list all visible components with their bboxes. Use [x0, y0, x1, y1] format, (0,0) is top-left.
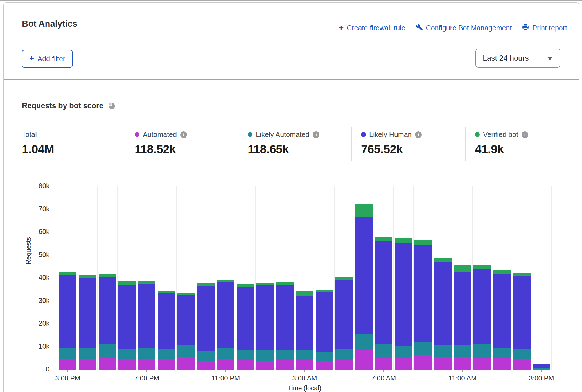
section-title-row: Requests by bot score	[22, 102, 116, 110]
info-icon[interactable]: i	[522, 131, 528, 138]
printer-icon	[522, 23, 529, 32]
segment-automated	[79, 359, 96, 370]
chart-bar[interactable]	[375, 237, 392, 370]
y-axis-tick	[55, 255, 58, 255]
x-axis-tick	[462, 370, 463, 372]
x-axis-tick-label: 7:00 AM	[364, 374, 403, 382]
segment-likely-automated	[296, 350, 313, 360]
chart-bar[interactable]	[316, 290, 333, 370]
chart-bar[interactable]	[395, 238, 412, 370]
segment-likely-automated	[454, 345, 471, 357]
stat-likely-automated: Likely Automated i 118.65k	[248, 130, 319, 156]
segment-verified-bot	[79, 275, 96, 278]
segment-likely-human	[158, 293, 175, 349]
stat-separator	[465, 127, 466, 161]
segment-automated	[316, 361, 333, 370]
segment-likely-automated	[395, 346, 412, 358]
print-report-label: Print report	[532, 24, 567, 32]
chart-bar[interactable]	[197, 283, 215, 370]
chart-bar[interactable]	[256, 283, 274, 370]
stat-total-value: 1.04M	[22, 143, 54, 156]
configure-bot-management-link[interactable]: Configure Bot Management	[416, 23, 512, 32]
segment-likely-human	[335, 280, 353, 349]
configure-bot-management-label: Configure Bot Management	[426, 24, 512, 32]
segment-automated	[375, 358, 392, 370]
segment-likely-human	[493, 274, 511, 348]
plus-icon: +	[29, 54, 34, 62]
segment-automated	[493, 358, 511, 370]
segment-likely-automated	[493, 348, 511, 358]
create-firewall-rule-link[interactable]: + Create firewall rule	[339, 24, 405, 32]
segment-verified-bot	[335, 277, 353, 280]
segment-likely-automated	[237, 350, 254, 361]
header-divider	[4, 79, 579, 80]
stat-verified-bot-value: 41.9k	[475, 143, 528, 156]
segment-automated	[395, 358, 412, 370]
chart-bar[interactable]	[533, 364, 550, 370]
chart-bar[interactable]	[177, 293, 195, 370]
info-icon[interactable]: i	[180, 131, 187, 138]
segment-automated	[59, 359, 76, 370]
y-axis-tick	[55, 347, 58, 347]
chart-bar[interactable]	[355, 204, 373, 370]
segment-automated	[138, 359, 155, 370]
origin-tick	[58, 368, 58, 372]
chart-bar[interactable]	[414, 240, 432, 370]
chart-bar[interactable]	[513, 273, 531, 370]
chevron-down-icon	[547, 57, 553, 60]
segment-likely-human	[395, 243, 412, 346]
gridline-vertical	[551, 186, 552, 370]
y-axis-tick-label: 70k	[27, 205, 49, 213]
segment-verified-bot	[158, 291, 175, 293]
chart-bar[interactable]	[79, 275, 96, 370]
time-range-select[interactable]: Last 24 hours	[475, 49, 560, 68]
segment-automated	[414, 355, 432, 370]
stat-verified-bot-label: Verified bot	[483, 130, 518, 139]
automated-legend-dot	[135, 132, 139, 137]
segment-likely-automated	[79, 348, 96, 359]
segment-likely-automated	[316, 352, 333, 361]
chart-bar[interactable]	[217, 280, 234, 370]
chart-bar[interactable]	[335, 277, 353, 370]
chart-bar[interactable]	[473, 265, 491, 370]
chart-bar[interactable]	[59, 272, 76, 370]
chart-bar[interactable]	[493, 270, 511, 370]
chart-bar[interactable]	[454, 265, 471, 370]
segment-verified-bot	[296, 291, 313, 295]
chart-bar[interactable]	[99, 274, 116, 370]
x-axis-tick-label: 3:00 PM	[48, 374, 87, 382]
segment-likely-automated	[256, 350, 274, 361]
create-firewall-rule-label: Create firewall rule	[347, 24, 405, 32]
segment-verified-bot	[177, 293, 195, 295]
segment-verified-bot	[375, 237, 392, 241]
segment-likely-human	[355, 217, 373, 334]
add-filter-button[interactable]: + Add filter	[22, 50, 73, 68]
info-icon[interactable]: i	[415, 131, 422, 138]
x-axis-tick	[67, 370, 68, 372]
chart-bar[interactable]	[118, 281, 136, 370]
stat-automated-label: Automated	[143, 130, 177, 139]
segment-likely-automated	[276, 350, 294, 360]
segment-likely-human	[256, 285, 274, 350]
header-actions: + Create firewall rule Configure Bot Man…	[339, 23, 567, 32]
info-icon[interactable]: i	[313, 131, 319, 138]
print-report-link[interactable]: Print report	[522, 23, 567, 32]
x-axis-tick-label: 11:00 AM	[443, 374, 482, 382]
segment-likely-human	[533, 364, 550, 368]
chart-bar[interactable]	[434, 258, 452, 370]
chart-bar[interactable]	[296, 291, 313, 370]
chart-bar[interactable]	[237, 284, 254, 370]
segment-likely-automated	[177, 345, 195, 357]
y-axis-tick	[55, 186, 58, 186]
stat-likely-human-value: 765.52k	[361, 143, 422, 156]
segment-likely-human	[217, 282, 234, 348]
page-title: Bot Analytics	[22, 19, 77, 29]
stat-total: Total 1.04M	[22, 130, 54, 156]
stat-likely-automated-value: 118.65k	[248, 143, 319, 156]
page-top-divider	[0, 0, 582, 1]
chart-bar[interactable]	[276, 282, 294, 370]
chart-bar[interactable]	[158, 291, 175, 370]
segment-likely-human	[316, 292, 333, 352]
segment-verified-bot	[355, 204, 373, 217]
chart-bar[interactable]	[138, 281, 155, 370]
